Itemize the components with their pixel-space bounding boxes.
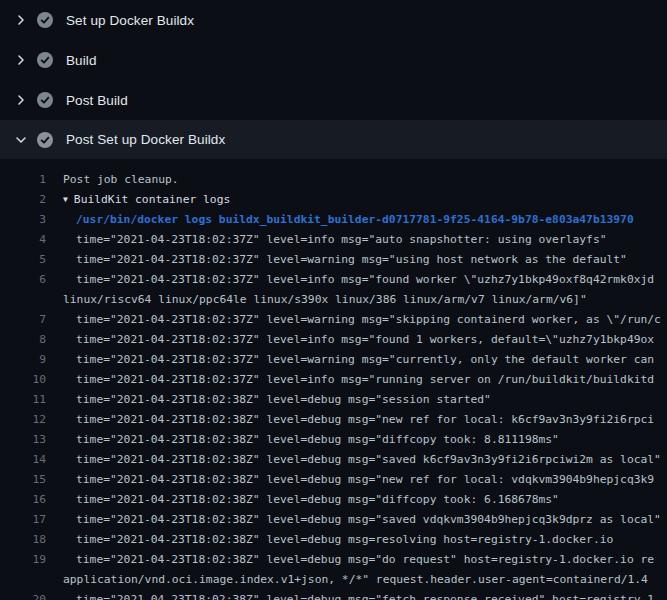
log-text: time="2021-04-23T18:02:37Z" level=warnin… bbox=[46, 310, 661, 330]
log-text: time="2021-04-23T18:02:37Z" level=info m… bbox=[46, 270, 654, 290]
log-text: time="2021-04-23T18:02:37Z" level=warnin… bbox=[46, 250, 627, 270]
check-circle-icon bbox=[37, 12, 53, 28]
line-number[interactable]: 3 bbox=[0, 210, 46, 230]
line-number[interactable]: 17 bbox=[0, 510, 46, 530]
log-line: 7 time="2021-04-23T18:02:37Z" level=warn… bbox=[0, 310, 667, 330]
log-text: time="2021-04-23T18:02:37Z" level=info m… bbox=[46, 370, 654, 390]
line-number[interactable]: 4 bbox=[0, 230, 46, 250]
check-circle-icon bbox=[37, 92, 53, 108]
chevron-right-icon[interactable] bbox=[13, 52, 29, 68]
log-line: 20 time="2021-04-23T18:02:38Z" level=deb… bbox=[0, 590, 667, 600]
line-number[interactable]: 6 bbox=[0, 270, 46, 290]
log-line: 14 time="2021-04-23T18:02:38Z" level=deb… bbox=[0, 450, 667, 470]
check-circle-icon bbox=[37, 52, 53, 68]
log-text: time="2021-04-23T18:02:37Z" level=warnin… bbox=[46, 350, 654, 370]
log-line: 1 Post job cleanup. bbox=[0, 170, 667, 190]
log-line: 10 time="2021-04-23T18:02:37Z" level=inf… bbox=[0, 370, 667, 390]
step-label: Build bbox=[66, 53, 97, 68]
step-row-build[interactable]: Build bbox=[0, 40, 667, 80]
log-line: 18 time="2021-04-23T18:02:38Z" level=deb… bbox=[0, 530, 667, 550]
line-number bbox=[0, 570, 46, 590]
line-number[interactable]: 12 bbox=[0, 410, 46, 430]
line-number[interactable]: 11 bbox=[0, 390, 46, 410]
line-number[interactable]: 14 bbox=[0, 450, 46, 470]
line-number[interactable]: 8 bbox=[0, 330, 46, 350]
step-row-set-up-docker-buildx[interactable]: Set up Docker Buildx bbox=[0, 0, 667, 40]
log-text: time="2021-04-23T18:02:38Z" level=debug … bbox=[46, 410, 654, 430]
line-number[interactable]: 10 bbox=[0, 370, 46, 390]
log-text: application/vnd.oci.image.index.v1+json,… bbox=[46, 570, 648, 590]
log-text: time="2021-04-23T18:02:38Z" level=debug … bbox=[46, 450, 661, 470]
log-text: linux/riscv64 linux/ppc64le linux/s390x … bbox=[46, 290, 587, 310]
log-line: 17 time="2021-04-23T18:02:38Z" level=deb… bbox=[0, 510, 667, 530]
chevron-right-icon[interactable] bbox=[13, 12, 29, 28]
group-expanded-triangle-icon[interactable]: ▼ bbox=[63, 190, 68, 210]
log-line: 11 time="2021-04-23T18:02:38Z" level=deb… bbox=[0, 390, 667, 410]
line-number[interactable]: 9 bbox=[0, 350, 46, 370]
log-line-wrap: application/vnd.oci.image.index.v1+json,… bbox=[0, 570, 667, 590]
log-line: 15 time="2021-04-23T18:02:38Z" level=deb… bbox=[0, 470, 667, 490]
log-text: time="2021-04-23T18:02:37Z" level=info m… bbox=[46, 230, 607, 250]
log-text: time="2021-04-23T18:02:38Z" level=debug … bbox=[46, 550, 654, 570]
log-viewer: 1 Post job cleanup. 2 ▼BuildKit containe… bbox=[0, 159, 667, 600]
log-line: 19 time="2021-04-23T18:02:38Z" level=deb… bbox=[0, 550, 667, 570]
log-line: 9 time="2021-04-23T18:02:37Z" level=warn… bbox=[0, 350, 667, 370]
log-text: time="2021-04-23T18:02:38Z" level=debug … bbox=[46, 490, 559, 510]
step-label: Post Set up Docker Buildx bbox=[66, 132, 225, 147]
step-label: Post Build bbox=[66, 93, 128, 108]
line-number[interactable]: 16 bbox=[0, 490, 46, 510]
line-number[interactable]: 1 bbox=[0, 170, 46, 190]
step-row-post-build[interactable]: Post Build bbox=[0, 80, 667, 120]
log-text: Post job cleanup. bbox=[46, 170, 179, 190]
line-number[interactable]: 7 bbox=[0, 310, 46, 330]
line-number[interactable]: 5 bbox=[0, 250, 46, 270]
step-label: Set up Docker Buildx bbox=[66, 13, 194, 28]
line-number[interactable]: 13 bbox=[0, 430, 46, 450]
log-line: 5 time="2021-04-23T18:02:37Z" level=warn… bbox=[0, 250, 667, 270]
log-text: time="2021-04-23T18:02:38Z" level=debug … bbox=[46, 510, 661, 530]
line-number[interactable]: 2 bbox=[0, 190, 46, 210]
line-number bbox=[0, 290, 46, 310]
log-text-command: /usr/bin/docker logs buildx_buildkit_bui… bbox=[46, 210, 634, 230]
log-group-header[interactable]: 2 ▼BuildKit container logs bbox=[0, 190, 667, 210]
log-text: time="2021-04-23T18:02:37Z" level=info m… bbox=[46, 330, 654, 350]
chevron-right-icon[interactable] bbox=[13, 92, 29, 108]
step-row-post-set-up-docker-buildx[interactable]: Post Set up Docker Buildx bbox=[0, 120, 667, 159]
chevron-down-icon[interactable] bbox=[13, 132, 29, 148]
step-list: Set up Docker Buildx Build Post Build Po… bbox=[0, 0, 667, 159]
log-line: 13 time="2021-04-23T18:02:38Z" level=deb… bbox=[0, 430, 667, 450]
log-line-command: 3 /usr/bin/docker logs buildx_buildkit_b… bbox=[0, 210, 667, 230]
log-text: ▼BuildKit container logs bbox=[46, 190, 230, 210]
log-text: time="2021-04-23T18:02:38Z" level=debug … bbox=[46, 390, 491, 410]
line-number[interactable]: 18 bbox=[0, 530, 46, 550]
log-text: time="2021-04-23T18:02:38Z" level=debug … bbox=[46, 590, 654, 600]
check-circle-icon bbox=[37, 132, 53, 148]
line-number[interactable]: 20 bbox=[0, 590, 46, 600]
log-text: time="2021-04-23T18:02:38Z" level=debug … bbox=[46, 430, 559, 450]
log-text: time="2021-04-23T18:02:38Z" level=debug … bbox=[46, 530, 613, 550]
log-line: 6 time="2021-04-23T18:02:37Z" level=info… bbox=[0, 270, 667, 290]
group-title: BuildKit container logs bbox=[74, 193, 230, 206]
log-line: 8 time="2021-04-23T18:02:37Z" level=info… bbox=[0, 330, 667, 350]
line-number[interactable]: 15 bbox=[0, 470, 46, 490]
log-text: time="2021-04-23T18:02:38Z" level=debug … bbox=[46, 470, 654, 490]
log-line: 16 time="2021-04-23T18:02:38Z" level=deb… bbox=[0, 490, 667, 510]
log-line: 4 time="2021-04-23T18:02:37Z" level=info… bbox=[0, 230, 667, 250]
log-line-wrap: linux/riscv64 linux/ppc64le linux/s390x … bbox=[0, 290, 667, 310]
log-line: 12 time="2021-04-23T18:02:38Z" level=deb… bbox=[0, 410, 667, 430]
line-number[interactable]: 19 bbox=[0, 550, 46, 570]
